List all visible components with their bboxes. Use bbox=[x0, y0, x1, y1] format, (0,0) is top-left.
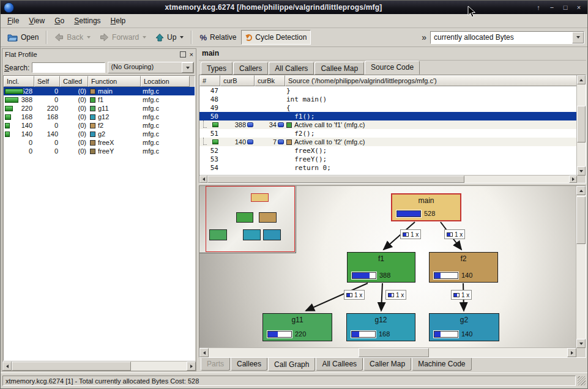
grouping-combo[interactable]: (No Grouping) bbox=[108, 62, 194, 73]
graph-hscrollbar[interactable] bbox=[199, 347, 576, 357]
dock-float-icon[interactable] bbox=[180, 51, 186, 57]
dock-header[interactable]: Flat Profile × bbox=[2, 49, 196, 60]
scroll-up-icon[interactable] bbox=[576, 186, 586, 195]
tab-source-code[interactable]: Source Code bbox=[365, 61, 420, 75]
call-graph-overview[interactable] bbox=[199, 186, 296, 253]
scrollbar-thumb[interactable] bbox=[12, 361, 131, 371]
function-row-main[interactable]: 5280(0)mainmfg.c bbox=[4, 87, 195, 95]
source-line-row[interactable]: 51 f2(); bbox=[199, 129, 577, 138]
event-type-combo[interactable]: currently allocated Bytes bbox=[430, 31, 584, 44]
forward-button[interactable]: Forward bbox=[95, 30, 151, 45]
function-row-freey[interactable]: 00(0)freeYmfg.c bbox=[4, 147, 195, 155]
tab-callee-map[interactable]: Callee Map bbox=[314, 62, 364, 75]
source-line-row[interactable]: 53 freeY(); bbox=[199, 155, 577, 163]
source-line-row[interactable]: 50 f1(); bbox=[199, 112, 577, 120]
event-combo-dropdown-icon[interactable] bbox=[572, 32, 584, 43]
call-graph-view[interactable]: main528f1388f2140g11220g12168g21401 x1 x… bbox=[199, 185, 586, 358]
source-call-row[interactable]: 38834Active call to 'f1' (mfg.c) bbox=[199, 120, 577, 129]
scroll-left-icon[interactable] bbox=[199, 348, 209, 357]
resize-grip[interactable] bbox=[578, 376, 586, 385]
source-vscrollbar[interactable] bbox=[576, 75, 586, 176]
tab-machine-code[interactable]: Machine Code bbox=[412, 358, 471, 371]
source-line-row[interactable]: 52 freeX(); bbox=[199, 146, 577, 155]
tab-all-callers[interactable]: All Callers bbox=[269, 62, 314, 75]
graph-node-g11[interactable]: g11220 bbox=[262, 313, 332, 341]
tab-callers[interactable]: Callers bbox=[233, 62, 268, 75]
minimize-icon[interactable]: − bbox=[546, 2, 557, 12]
column-header-incl[interactable]: Incl. bbox=[4, 76, 34, 87]
function-row-freex[interactable]: 00(0)freeXmfg.c bbox=[4, 138, 195, 147]
function-row-f2[interactable]: 1400(0)f2mfg.c bbox=[4, 121, 195, 130]
open-button[interactable]: Open bbox=[3, 30, 43, 45]
toolbar-overflow-chevron[interactable]: » bbox=[419, 32, 430, 42]
menu-go[interactable]: Go bbox=[50, 15, 69, 27]
scrollbar-track[interactable] bbox=[209, 348, 567, 357]
shade-icon[interactable]: ↑ bbox=[533, 2, 544, 12]
graph-node-f1[interactable]: f1388 bbox=[347, 252, 415, 283]
back-button[interactable]: Back bbox=[50, 30, 95, 45]
cycle-detection-toggle-button[interactable]: Cycle Detection bbox=[241, 30, 311, 45]
column-header-location[interactable]: Location bbox=[141, 76, 190, 87]
source-line-row[interactable]: 49{ bbox=[199, 103, 577, 112]
graph-node-g12[interactable]: g12168 bbox=[346, 313, 415, 341]
graph-node-main[interactable]: main528 bbox=[391, 193, 461, 221]
up-button[interactable]: Up bbox=[151, 30, 188, 45]
source-line-row[interactable]: 54 return 0; bbox=[199, 163, 577, 172]
close-icon[interactable]: × bbox=[573, 2, 584, 12]
forward-dropdown-icon[interactable] bbox=[143, 36, 146, 39]
up-dropdown-icon[interactable] bbox=[180, 36, 184, 39]
column-header-self[interactable]: Self bbox=[34, 76, 60, 87]
scrollbar-thumb[interactable] bbox=[359, 348, 429, 357]
menu-view[interactable]: View bbox=[24, 15, 50, 27]
source-column-curbk[interactable]: curBk bbox=[255, 75, 285, 86]
scroll-right-icon[interactable] bbox=[569, 176, 577, 183]
scrollbar-thumb[interactable] bbox=[207, 176, 464, 183]
scroll-up-icon[interactable] bbox=[577, 75, 586, 84]
search-input[interactable] bbox=[32, 62, 105, 73]
scroll-down-icon[interactable] bbox=[576, 339, 586, 348]
scroll-right-icon[interactable] bbox=[187, 361, 196, 371]
tab-all-callees[interactable]: All Callees bbox=[316, 358, 363, 371]
source-line-row[interactable]: 48int main() bbox=[199, 95, 577, 103]
menu-settings[interactable]: Settings bbox=[69, 15, 105, 27]
back-dropdown-icon[interactable] bbox=[87, 36, 91, 39]
scrollbar-thumb[interactable] bbox=[576, 196, 586, 244]
function-row-g11[interactable]: 220220(0)g11mfg.c bbox=[4, 104, 195, 113]
maximize-icon[interactable]: □ bbox=[560, 2, 571, 12]
tab-caller-map[interactable]: Caller Map bbox=[363, 358, 411, 371]
scrollbar-track[interactable] bbox=[577, 84, 586, 166]
graph-vscrollbar[interactable] bbox=[576, 186, 586, 348]
source-hscrollbar[interactable] bbox=[199, 175, 577, 183]
source-column-source-home-philippe-valgrind-littleprogs-mfg-c[interactable]: Source ('/home/philippe/valgrind/littlep… bbox=[285, 75, 577, 86]
scroll-down-icon[interactable] bbox=[577, 166, 586, 176]
flat-profile-hscrollbar[interactable] bbox=[2, 361, 196, 371]
grouping-dropdown-icon[interactable] bbox=[182, 62, 193, 73]
source-line-row[interactable]: 47} bbox=[199, 86, 577, 95]
tab-call-graph[interactable]: Call Graph bbox=[268, 358, 315, 371]
source-table[interactable]: #curBcurBkSource ('/home/philippe/valgri… bbox=[199, 75, 577, 176]
source-column-curb[interactable]: curB bbox=[220, 75, 255, 86]
function-row-g12[interactable]: 168168(0)g12mfg.c bbox=[4, 113, 195, 121]
scrollbar-track[interactable] bbox=[576, 195, 586, 339]
scroll-left-icon[interactable] bbox=[2, 361, 12, 371]
tab-callees[interactable]: Callees bbox=[231, 358, 267, 371]
source-call-row[interactable]: 1407Active call to 'f2' (mfg.c) bbox=[199, 138, 577, 146]
function-row-f1[interactable]: 3880(0)f1mfg.c bbox=[4, 95, 195, 104]
source-column-line[interactable]: # bbox=[199, 75, 220, 86]
tab-types[interactable]: Types bbox=[201, 62, 233, 75]
scrollbar-thumb[interactable] bbox=[577, 106, 586, 143]
dock-close-icon[interactable]: × bbox=[190, 51, 193, 58]
relative-toggle-button[interactable]: % Relative bbox=[195, 30, 240, 45]
graph-node-g2[interactable]: g2140 bbox=[429, 313, 499, 341]
call-graph-canvas[interactable]: main528f1388f2140g11220g12168g21401 x1 x… bbox=[199, 186, 576, 348]
column-header-called[interactable]: Called bbox=[60, 76, 88, 87]
menu-help[interactable]: Help bbox=[106, 15, 131, 27]
scroll-right-icon[interactable] bbox=[567, 348, 576, 357]
function-row-g2[interactable]: 140140(0)g2mfg.c bbox=[4, 130, 195, 138]
graph-node-f2[interactable]: f2140 bbox=[429, 252, 498, 283]
scrollbar-track[interactable] bbox=[12, 361, 187, 371]
tab-parts[interactable]: Parts bbox=[201, 358, 230, 371]
scrollbar-track[interactable] bbox=[207, 176, 569, 183]
menu-file[interactable]: File bbox=[2, 15, 24, 27]
title-bar[interactable]: xtmemory.kcg.6274 [/home/philippe/valgri… bbox=[1, 1, 587, 14]
